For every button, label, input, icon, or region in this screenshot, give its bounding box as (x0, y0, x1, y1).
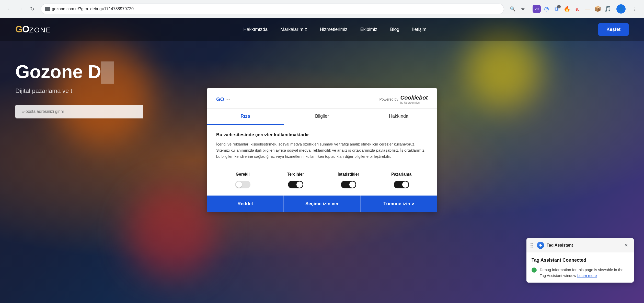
ext-icon-3[interactable]: ⧉ 1 (552, 4, 561, 14)
ext-icon-4[interactable]: 🔥 (562, 4, 571, 14)
back-button[interactable]: ← (5, 4, 14, 14)
ext-icon-7[interactable]: 📦 (593, 4, 602, 14)
tag-learn-more-link[interactable]: Learn more (577, 273, 597, 278)
ext-icon-1[interactable]: 20 (533, 5, 541, 13)
url-text: gozone.com.tr/?gtm_debug=1714738979720 (52, 7, 134, 11)
svg-point-0 (539, 244, 540, 245)
modal-buttons: Reddet Seçime izin ver Tümüne izin v (207, 196, 437, 212)
toggle-pazarlama-switch[interactable] (394, 181, 409, 188)
cookiebot-sub: by Usercentrics (400, 101, 428, 104)
toggle-tercihler-switch[interactable] (288, 181, 303, 188)
tab-riza[interactable]: Rıza (207, 108, 284, 125)
ext-icon-5[interactable]: a (572, 4, 582, 14)
toggle-istatistikler-switch[interactable] (341, 181, 356, 188)
toggle-pazarlama: Pazarlama (375, 172, 428, 188)
secim-button[interactable]: Seçime izin ver (283, 196, 360, 212)
tag-assistant-icon (537, 242, 544, 249)
toggle-tercihler: Tercihler (269, 172, 322, 188)
search-icon[interactable]: 🔍 (508, 4, 517, 14)
forward-button[interactable]: → (16, 4, 26, 14)
tag-status-text: Debug information for this page is viewa… (540, 267, 629, 278)
tag-connected-title: Tag Assistant Connected (532, 258, 629, 263)
tag-status-dot (532, 268, 537, 273)
toggles-row: Gerekli Tercihler İstatistikler (216, 166, 428, 188)
toggle-gerekli-label: Gerekli (236, 172, 249, 177)
ext-icon-2[interactable]: ◔ (542, 4, 551, 14)
tag-status-row: Debug information for this page is viewa… (532, 267, 629, 278)
tag-assistant-body: Tag Assistant Connected Debug informatio… (526, 252, 634, 283)
tag-assistant-popup: Tag Assistant ✕ Tag Assistant Connected … (526, 238, 634, 283)
tag-assistant-title: Tag Assistant (547, 243, 620, 248)
modal-tabs: Rıza Bilgiler Hakkında (207, 108, 437, 125)
modal-body-title: Bu web-sitesinde çerezler kullanılmaktad… (216, 132, 428, 138)
toggle-gerekli-knob (236, 181, 242, 188)
toolbar-icons: 🔍 ★ (508, 4, 527, 14)
ext-icon-6[interactable]: ⸻ (583, 4, 592, 14)
bookmark-icon[interactable]: ★ (518, 4, 527, 14)
tag-assistant-header: Tag Assistant ✕ (526, 238, 634, 252)
tab-bilgiler[interactable]: Bilgiler (284, 108, 360, 125)
cookie-modal: GO ~~ Powered by Cookiebot by Usercentri… (207, 88, 437, 212)
ext-icon-8[interactable]: 🎵 (603, 4, 612, 14)
toggle-pazarlama-label: Pazarlama (391, 172, 411, 177)
extension-icons: 20 ◔ ⧉ 1 🔥 a ⸻ 📦 🎵 (533, 4, 612, 14)
toggle-istatistikler: İstatistikler (322, 172, 375, 188)
modal-body-description: İçeriği ve reklamları kişiselleştirmek, … (216, 141, 428, 160)
browser-chrome: ← → ↻ gozone.com.tr/?gtm_debug=171473897… (0, 0, 644, 18)
toggle-istatistikler-knob (349, 181, 355, 188)
reddet-button[interactable]: Reddet (207, 196, 283, 212)
toggle-pazarlama-knob (402, 181, 408, 188)
modal-body: Bu web-sitesinde çerezler kullanılmaktad… (207, 125, 437, 196)
modal-logo: GO ~~ (216, 96, 230, 102)
toggle-gerekli-switch[interactable] (235, 181, 250, 188)
tab-hakkinda[interactable]: Hakkında (360, 108, 437, 125)
toggle-istatistikler-label: İstatistikler (338, 172, 359, 177)
menu-button[interactable]: ⋮ (630, 4, 639, 14)
toggle-gerekli: Gerekli (216, 172, 269, 188)
reload-button[interactable]: ↻ (28, 4, 37, 14)
drag-handle-icon[interactable] (531, 243, 533, 248)
address-bar[interactable]: gozone.com.tr/?gtm_debug=1714738979720 (41, 4, 504, 14)
nav-buttons: ← → ↻ (5, 4, 37, 14)
tag-assistant-close-button[interactable]: ✕ (623, 242, 630, 249)
toggle-tercihler-knob (296, 181, 303, 188)
website-background: GOZONE Hakkımızda Markalarımız Hizmetler… (0, 18, 644, 303)
profile-button[interactable]: 👤 (616, 4, 626, 14)
cookiebot-logo: Cookiebot (400, 94, 428, 101)
cookiebot-branding: Powered by Cookiebot by Usercentrics (379, 94, 428, 104)
site-security-icon (45, 7, 50, 11)
toggle-tercihler-label: Tercihler (287, 172, 304, 177)
modal-header: GO ~~ Powered by Cookiebot by Usercentri… (207, 88, 437, 108)
tumune-button[interactable]: Tümüne izin v (361, 196, 437, 212)
